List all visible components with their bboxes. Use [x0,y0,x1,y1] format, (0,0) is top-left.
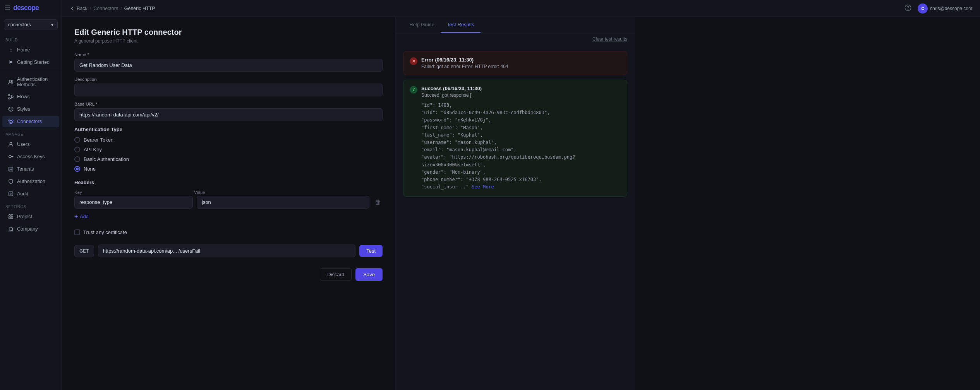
description-input[interactable] [74,84,383,96]
content-area: Edit Generic HTTP connector A general pu… [62,17,980,390]
sidebar-item-label: Access Keys [17,154,45,159]
connector-icon [8,118,14,125]
svg-rect-16 [10,168,10,169]
value-column-label: Value [194,190,368,195]
test-button[interactable]: Test [359,245,383,257]
flow-icon [8,94,14,100]
sidebar-selector[interactable]: connectors ▾ [4,19,58,30]
radio-api-key[interactable]: API Key [74,147,383,152]
url-test-input[interactable] [98,245,355,257]
success-body: "id": 1493, "uid": "d85da3c4-0c49-4a76-9… [421,102,621,191]
svg-rect-15 [9,167,13,171]
radio-circle-api-key [74,147,80,152]
sidebar-item-label: Flows [17,94,30,99]
radio-bearer-token[interactable]: Bearer Token [74,137,383,143]
flag-icon: ⚑ [8,59,14,65]
tab-test-results[interactable]: Test Results [441,17,481,33]
success-subtitle: Succeed: got response [ [421,92,482,98]
add-header-button[interactable]: + Add [74,212,89,222]
users-icon [8,79,14,85]
avatar: C [918,3,928,14]
name-label: Name * [74,52,383,57]
base-url-input[interactable] [74,108,383,121]
success-title: Success (06/16/23, 11:30) [421,86,482,91]
user-menu[interactable]: C chris@descope.com [918,3,972,14]
trust-cert-row: Trust any certificate [74,229,383,235]
breadcrumb-parent: Connectors [93,6,118,11]
sidebar-item-tenants[interactable]: Tenants [2,163,59,175]
sidebar-item-access-keys[interactable]: Access Keys [2,151,59,162]
see-more-link[interactable]: See More [472,184,494,190]
key-column-label: Key [74,190,190,195]
name-input[interactable] [74,59,383,72]
sidebar-item-authentication-methods[interactable]: Authentication Methods [2,74,59,90]
help-icon[interactable] [904,4,911,12]
clear-results-button[interactable]: Clear test results [592,36,627,42]
trust-cert-checkbox[interactable] [74,229,80,235]
success-result-card: ✓ Success (06/16/23, 11:30) Succeed: got… [403,80,627,197]
user-icon [8,141,14,147]
headers-title: Headers [74,180,383,185]
svg-rect-18 [9,192,13,196]
tab-help-guide[interactable]: Help Guide [403,17,441,33]
header-key-input-0[interactable] [74,196,193,209]
sidebar-item-connectors[interactable]: Connectors [2,116,59,127]
editor-panel: Edit Generic HTTP connector A general pu… [62,17,395,390]
right-panel: Help Guide Test Results Clear test resul… [395,17,635,390]
sidebar-item-label: Company [17,226,38,232]
error-title: Error (06/16/23, 11:30) [421,57,508,63]
radio-circle-bearer [74,137,80,143]
sidebar-item-label: Home [17,47,30,53]
sidebar-item-label: Users [17,142,30,147]
sidebar-item-company[interactable]: Company [2,223,59,235]
svg-rect-19 [9,215,10,216]
error-card-text: Error (06/16/23, 11:30) Failed: got an e… [421,57,508,69]
sidebar-item-label: Project [17,214,32,219]
svg-point-6 [10,108,10,109]
headers-labels: Key Value [74,190,383,195]
hamburger-icon[interactable]: ☰ [5,4,10,12]
header-value-input-0[interactable] [197,196,369,209]
settings-section-label: Settings [0,200,62,210]
svg-point-24 [908,9,908,10]
sidebar-item-label: Connectors [17,119,42,124]
radio-none[interactable]: None [74,166,383,172]
sidebar-item-authorization[interactable]: Authorization [2,176,59,187]
svg-point-0 [9,80,11,82]
error-card-header: ✕ Error (06/16/23, 11:30) Failed: got an… [410,57,621,69]
success-icon: ✓ [410,86,417,94]
svg-point-9 [10,110,11,111]
sidebar-item-users[interactable]: Users [2,139,59,150]
sidebar-header: ☰ descope [0,0,62,16]
breadcrumb-separator-2: / [120,6,122,11]
breadcrumb-current: Generic HTTP [124,6,155,11]
back-button[interactable]: Back [70,6,88,11]
sidebar-item-flows[interactable]: Flows [2,91,59,103]
header-row-0: 🗑 [74,196,383,209]
palette-icon [8,106,14,112]
save-button[interactable]: Save [355,268,383,281]
sidebar-item-audit[interactable]: Audit [2,188,59,200]
radio-circle-basic [74,156,80,162]
radio-basic-auth[interactable]: Basic Authentication [74,156,383,162]
error-subtitle: Failed: got an error Error: HTTP error: … [421,64,508,69]
building-icon [8,166,14,172]
svg-rect-3 [12,96,14,98]
sidebar-item-home[interactable]: ⌂ Home [2,44,59,56]
trust-cert-label: Trust any certificate [83,229,127,235]
base-url-field-group: Base URL * [74,102,383,121]
key-icon [8,154,14,160]
delete-header-button-0[interactable]: 🗑 [373,197,383,207]
discard-button[interactable]: Discard [320,268,352,281]
radio-label-basic: Basic Authentication [84,156,129,162]
results-container: ✕ Error (06/16/23, 11:30) Failed: got an… [395,45,635,390]
sidebar-item-label: Styles [17,106,30,112]
error-icon: ✕ [410,57,417,65]
svg-point-8 [12,109,12,110]
svg-rect-22 [11,217,13,219]
sidebar-item-styles[interactable]: Styles [2,103,59,115]
headers-section: Headers Key Value 🗑 + Add [74,180,383,222]
sidebar-item-project[interactable]: Project [2,211,59,222]
build-section-label: Build [0,33,62,44]
sidebar-item-getting-started[interactable]: ⚑ Getting Started [2,56,59,68]
